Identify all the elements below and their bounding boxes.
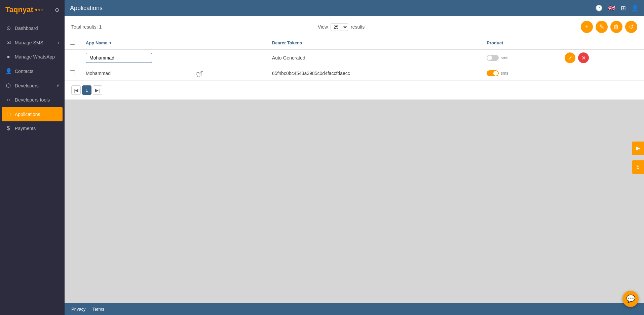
row1-actions-cell: ✓ ✕ [559,49,644,66]
flag-icon[interactable]: 🇬🇧 [608,4,615,12]
th-actions [559,36,644,49]
row2-toggle-switch[interactable] [487,70,499,76]
view-label: View [318,24,328,30]
sidebar-item-payments[interactable]: $ Payments [0,121,65,135]
row2-product-cell: sms [481,66,559,81]
select-all-checkbox[interactable] [70,40,75,45]
row1-product-toggle: sms [487,55,554,61]
row1-checkbox-cell [65,49,80,66]
row1-bearer-tokens-cell: Auto Generated [267,49,481,66]
confirm-button[interactable]: ✓ [565,52,575,63]
sidebar-item-contacts[interactable]: 👤 Contacts [0,64,65,78]
top-header: Applications 🕐 🇬🇧 ⊞ 👤 [65,0,644,16]
grid-icon[interactable]: ⊞ [621,4,626,12]
view-select[interactable]: 25 50 100 [331,23,348,31]
sort-icon: ▼ [109,41,112,45]
sidebar-logo: Taqnyat ⊙ [0,0,65,18]
refresh-button[interactable]: ↺ [625,21,637,33]
clock-icon[interactable]: 🕐 [595,4,603,12]
app-name-input[interactable] [86,53,152,63]
row2-checkbox-cell [65,66,80,81]
chevron-right-icon: › [58,41,59,45]
sidebar-item-label: Payments [15,126,36,131]
sidebar-item-manage-whatsapp[interactable]: ● Manage WhatsApp [0,50,65,64]
sidebar-item-label: Developers [15,83,39,88]
tools-icon: ○ [5,97,11,103]
row2-bearer-value: 65f4bc0bc4543a3985c0d4faccfdaecc [272,71,350,76]
sidebar-nav: ⊙ Dashboard ✉ Manage SMS › ● Manage What… [0,18,65,315]
float-dollar-button[interactable]: $ [632,160,644,174]
page-title: Applications [70,5,103,12]
row1-sms-label: sms [501,55,508,60]
row2-sms-label: sms [501,71,508,76]
chevron-down-icon: ∨ [56,83,59,88]
row1-bearer-value: Auto Generated [272,55,305,61]
toolbar: Total results: 1 View 25 50 100 results … [65,16,644,36]
applications-table: App Name ▼ Bearer Tokens Product [65,36,644,81]
sidebar-item-manage-sms[interactable]: ✉ Manage SMS › [0,35,65,50]
sidebar: Taqnyat ⊙ ⊙ Dashboard ✉ Manage SMS › ● M… [0,0,65,315]
toolbar-actions: + ✎ 🗑 ↺ [581,21,637,33]
developers-icon: ⬡ [5,82,11,89]
logo-dot-3 [41,9,43,11]
target-icon[interactable]: ⊙ [55,7,59,13]
header-icons: 🕐 🇬🇧 ⊞ 👤 [595,4,639,12]
last-page-button[interactable]: ▶| [93,85,102,95]
table-row: Auto Generated sms [65,49,644,66]
cancel-button[interactable]: ✕ [578,52,589,63]
payments-icon: $ [5,125,11,131]
row2-actions-cell [559,66,644,81]
sidebar-item-applications[interactable]: ◻ Applications [2,107,63,121]
delete-button[interactable]: 🗑 [610,21,622,33]
sidebar-item-label: Dashboard [15,26,38,31]
right-float-buttons: ▶ $ [632,142,644,174]
th-checkbox [65,36,80,49]
logo-text: Taqnyat [5,5,33,14]
sidebar-item-dashboard[interactable]: ⊙ Dashboard [0,21,65,35]
row1-product-cell: sms [481,49,559,66]
th-bearer-tokens: Bearer Tokens [267,36,481,49]
pagination: |◀ 1 ▶| [65,81,644,100]
main-content: Applications 🕐 🇬🇧 ⊞ 👤 Total results: 1 V… [65,0,644,315]
sidebar-item-developer-tools[interactable]: ○ Developers tools [0,93,65,107]
content-area: Total results: 1 View 25 50 100 results … [65,16,644,303]
add-button[interactable]: + [581,21,593,33]
row2-app-name: Mohammad [86,71,111,76]
logo-dot-2 [38,9,40,11]
row1-toggle-slider [487,55,499,61]
dashboard-icon: ⊙ [5,25,11,31]
app-name-col-label: App Name [86,40,107,45]
applications-icon: ◻ [5,111,11,117]
sort-app-name: App Name ▼ [86,40,261,45]
table-row: Mohammad 65f4bc0bc4543a3985c0d4faccfdaec… [65,66,644,81]
sidebar-item-label: Developers tools [15,97,50,103]
sidebar-item-label: Contacts [15,69,33,74]
privacy-link[interactable]: Privacy [71,307,86,312]
row2-toggle-slider [487,70,499,76]
table-header-row: App Name ▼ Bearer Tokens Product [65,36,644,49]
terms-link[interactable]: Terms [92,307,104,312]
row1-toggle-switch[interactable] [487,55,499,61]
sidebar-item-developers[interactable]: ⬡ Developers ∨ [0,78,65,93]
logo-dot-1 [35,9,37,11]
row2-bearer-tokens-cell: 65f4bc0bc4543a3985c0d4faccfdaecc [267,66,481,81]
sidebar-item-label: Manage WhatsApp [15,54,55,60]
chat-button[interactable]: 💬 [622,291,639,307]
th-app-name[interactable]: App Name ▼ [80,36,267,49]
logo-dots [35,9,43,11]
sms-icon: ✉ [5,39,11,46]
row2-app-name-cell: Mohammad [80,66,267,81]
row2-checkbox[interactable] [70,70,75,75]
edit-button[interactable]: ✎ [596,21,608,33]
first-page-button[interactable]: |◀ [71,85,81,95]
contacts-icon: 👤 [5,68,11,74]
whatsapp-icon: ● [5,54,11,60]
float-arrow-button[interactable]: ▶ [632,142,644,155]
user-icon[interactable]: 👤 [631,4,639,12]
table-container: Total results: 1 View 25 50 100 results … [65,16,644,100]
footer: Privacy Terms [65,303,644,315]
view-controls: View 25 50 100 results [318,23,365,31]
row1-edit-actions: ✓ ✕ [565,52,639,63]
product-col-label: Product [487,40,503,45]
page-1-button[interactable]: 1 [82,85,91,95]
